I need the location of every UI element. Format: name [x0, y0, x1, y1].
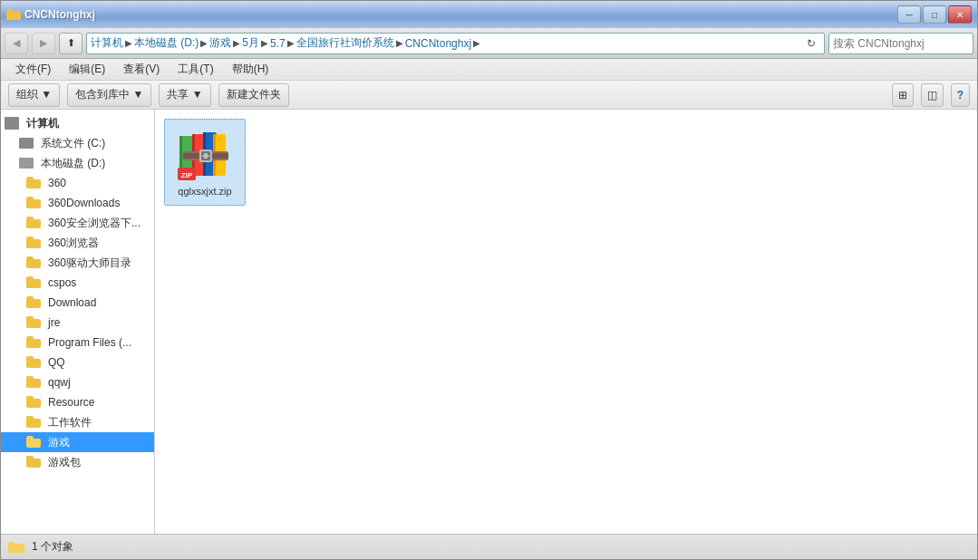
- search-input[interactable]: [833, 37, 969, 50]
- file-item-name: qglxsxjxt.zip: [178, 185, 231, 198]
- sidebar-folder-360browser-dl[interactable]: 360安全浏览器下...: [1, 213, 154, 233]
- path-games[interactable]: 游戏: [209, 35, 231, 51]
- search-box: 🔍: [828, 33, 973, 54]
- sidebar-folder-cspos[interactable]: cspos: [1, 273, 154, 293]
- new-folder-button[interactable]: 新建文件夹: [218, 83, 289, 107]
- sidebar-folder-360driver[interactable]: 360驱动大师目录: [1, 253, 154, 273]
- folder-icon-games: [26, 436, 41, 449]
- svg-text:ZIP: ZIP: [181, 171, 193, 179]
- minimize-button[interactable]: ─: [897, 5, 921, 24]
- back-button[interactable]: ◀: [5, 33, 28, 54]
- content-area: 计算机 系统文件 (C:) 本地磁盘 (D:): [1, 110, 977, 534]
- menu-help[interactable]: 帮助(H): [225, 60, 276, 79]
- sidebar-folder-programfiles[interactable]: Program Files (...: [1, 333, 154, 352]
- file-item-zip[interactable]: ZIP qglxsxjxt.zip: [164, 119, 246, 206]
- folder-icon-360browser: [26, 237, 41, 249]
- folder-icon-360browser-dl: [26, 217, 41, 229]
- sidebar-scroll-area: 计算机 系统文件 (C:) 本地磁盘 (D:): [1, 113, 154, 530]
- organize-button[interactable]: 组织 ▼: [8, 83, 60, 107]
- main-window: CNCNtonghxj ─ □ ✕ ◀ ▶ ⬆ 计算机 ▶ 本地磁盘 (D:) …: [0, 0, 978, 560]
- sidebar-computer[interactable]: 计算机: [1, 113, 154, 133]
- path-drive-d[interactable]: 本地磁盘 (D:): [134, 35, 199, 51]
- path-computer[interactable]: 计算机: [91, 35, 123, 51]
- sidebar-folder-jre[interactable]: jre: [1, 313, 154, 333]
- drive-c-icon: [19, 138, 34, 149]
- menu-bar: 文件(F) 编辑(E) 查看(V) 工具(T) 帮助(H): [1, 59, 977, 81]
- svg-rect-15: [202, 155, 209, 157]
- menu-view[interactable]: 查看(V): [116, 60, 167, 79]
- status-folder-icon: [8, 539, 24, 555]
- folder-icon-360driver: [26, 256, 41, 269]
- window-controls: ─ □ ✕: [897, 5, 972, 24]
- sidebar-folder-360[interactable]: 360: [1, 173, 154, 193]
- sidebar-drive-d[interactable]: 本地磁盘 (D:): [1, 153, 154, 173]
- view-icon: ⊞: [898, 89, 907, 101]
- path-57[interactable]: 5.7: [270, 37, 286, 50]
- path-system[interactable]: 全国旅行社询价系统: [296, 35, 394, 51]
- folder-icon-jre: [26, 316, 41, 329]
- sidebar: 计算机 系统文件 (C:) 本地磁盘 (D:): [1, 110, 155, 534]
- folder-icon-360: [26, 177, 41, 189]
- path-cncn[interactable]: CNCNtonghxj: [405, 37, 471, 50]
- sidebar-folder-qqwj[interactable]: qqwj: [1, 372, 154, 392]
- svg-rect-19: [8, 542, 15, 546]
- folder-icon-resource: [26, 396, 41, 409]
- sidebar-drive-c[interactable]: 系统文件 (C:): [1, 133, 154, 153]
- pane-icon: ◫: [927, 89, 937, 101]
- maximize-button[interactable]: □: [923, 5, 946, 24]
- nav-bar: ◀ ▶ ⬆ 计算机 ▶ 本地磁盘 (D:) ▶ 游戏 ▶ 5月 ▶ 5.7 ▶ …: [1, 28, 977, 59]
- folder-icon-work: [26, 416, 41, 429]
- share-button[interactable]: 共享 ▼: [159, 83, 210, 107]
- pc-icon: [5, 117, 19, 130]
- toolbar: 组织 ▼ 包含到库中 ▼ 共享 ▼ 新建文件夹 ⊞ ◫ ?: [1, 81, 977, 110]
- menu-edit[interactable]: 编辑(E): [62, 60, 112, 79]
- sidebar-folder-360downloads[interactable]: 360Downloads: [1, 193, 154, 213]
- menu-tools[interactable]: 工具(T): [170, 60, 220, 79]
- help-button[interactable]: ?: [951, 83, 970, 107]
- include-in-library-button[interactable]: 包含到库中 ▼: [67, 83, 151, 107]
- title-bar: CNCNtonghxj ─ □ ✕: [1, 1, 977, 28]
- view-toggle-button[interactable]: ⊞: [892, 83, 914, 107]
- status-bar: 1 个对象: [1, 534, 977, 559]
- sidebar-folder-download[interactable]: Download: [1, 293, 154, 313]
- folder-icon-download: [26, 296, 41, 309]
- address-path: 计算机 ▶ 本地磁盘 (D:) ▶ 游戏 ▶ 5月 ▶ 5.7 ▶ 全国旅行社询…: [91, 35, 799, 51]
- folder-icon-gamepack: [26, 456, 41, 468]
- sidebar-folder-360browser[interactable]: 360浏览器: [1, 233, 154, 253]
- svg-rect-1: [6, 9, 13, 13]
- sidebar-folder-gamepack[interactable]: 游戏包: [1, 452, 154, 472]
- folder-icon-360downloads: [26, 197, 41, 209]
- address-bar: 计算机 ▶ 本地磁盘 (D:) ▶ 游戏 ▶ 5月 ▶ 5.7 ▶ 全国旅行社询…: [86, 33, 825, 54]
- sidebar-folder-work[interactable]: 工作软件: [1, 412, 154, 432]
- folder-icon-cspos: [26, 276, 41, 289]
- close-button[interactable]: ✕: [948, 5, 972, 24]
- search-icon[interactable]: 🔍: [973, 36, 973, 50]
- folder-icon-programfiles: [26, 336, 41, 349]
- folder-icon-qqwj: [26, 376, 41, 389]
- title-bar-text: CNCNtonghxj: [24, 8, 894, 21]
- file-area: ZIP qglxsxjxt.zip: [155, 110, 977, 534]
- drive-d-icon: [19, 158, 34, 169]
- sidebar-folder-resource[interactable]: Resource: [1, 392, 154, 412]
- up-button[interactable]: ⬆: [59, 33, 82, 54]
- path-may[interactable]: 5月: [242, 35, 259, 51]
- forward-button[interactable]: ▶: [32, 33, 55, 54]
- title-bar-folder-icon: [6, 7, 21, 22]
- folder-icon-qq: [26, 356, 41, 369]
- status-text: 1 个对象: [32, 539, 73, 555]
- sidebar-folder-qq[interactable]: QQ: [1, 352, 154, 372]
- pane-toggle-button[interactable]: ◫: [921, 83, 944, 107]
- menu-file[interactable]: 文件(F): [8, 60, 58, 79]
- sidebar-folder-games[interactable]: 游戏: [1, 432, 154, 452]
- address-refresh-button[interactable]: ↻: [802, 34, 820, 53]
- zip-file-icon: ZIP: [176, 127, 234, 185]
